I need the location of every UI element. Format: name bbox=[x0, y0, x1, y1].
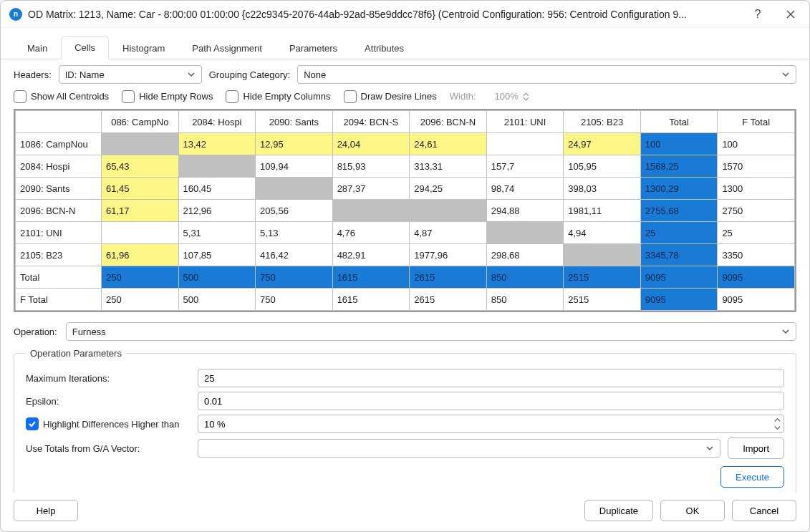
matrix-row-header[interactable]: 2096: BCN-N bbox=[16, 200, 102, 222]
chevron-down-icon[interactable] bbox=[772, 424, 782, 432]
matrix-cell[interactable] bbox=[178, 155, 256, 178]
matrix-col-header[interactable]: 2094: BCN-S bbox=[332, 111, 410, 133]
matrix-cell[interactable]: 398,03 bbox=[564, 178, 641, 200]
matrix-cell[interactable]: 61,45 bbox=[102, 178, 179, 200]
matrix-cell[interactable]: 850 bbox=[486, 266, 564, 289]
matrix-cell[interactable]: 1568,25 bbox=[640, 155, 718, 178]
od-matrix-grid[interactable]: 086: CampNo2084: Hospi2090: Sants2094: B… bbox=[14, 109, 796, 312]
chevron-up-icon[interactable] bbox=[772, 416, 782, 424]
matrix-cell[interactable]: 5,31 bbox=[178, 222, 256, 244]
close-icon[interactable] bbox=[781, 4, 801, 24]
matrix-cell[interactable]: 416,42 bbox=[256, 244, 333, 266]
width-spinner[interactable]: 100% bbox=[492, 90, 529, 103]
matrix-cell[interactable]: 107,85 bbox=[178, 244, 256, 266]
matrix-cell[interactable]: 157,7 bbox=[486, 155, 564, 178]
matrix-cell[interactable] bbox=[102, 222, 179, 244]
matrix-cell[interactable]: 2615 bbox=[410, 289, 487, 311]
use-totals-combo[interactable] bbox=[198, 439, 720, 458]
ok-button[interactable]: OK bbox=[660, 500, 725, 521]
matrix-cell[interactable]: 4,87 bbox=[410, 222, 487, 244]
matrix-cell[interactable]: 4,76 bbox=[332, 222, 410, 244]
matrix-cell[interactable] bbox=[256, 178, 333, 200]
matrix-cell[interactable]: 9095 bbox=[718, 266, 795, 289]
matrix-cell[interactable]: 2615 bbox=[410, 266, 487, 289]
matrix-row-header[interactable]: F Total bbox=[16, 289, 102, 311]
matrix-cell[interactable]: 24,97 bbox=[564, 133, 641, 155]
help-button[interactable]: ? bbox=[748, 4, 768, 24]
matrix-cell[interactable]: 65,43 bbox=[102, 155, 179, 178]
draw-desire-lines-checkbox[interactable]: Draw Desire Lines bbox=[344, 90, 437, 103]
matrix-row-header[interactable]: Total bbox=[16, 266, 102, 289]
matrix-cell[interactable]: 1570 bbox=[718, 155, 795, 178]
matrix-cell[interactable]: 12,95 bbox=[256, 133, 333, 155]
matrix-cell[interactable]: 9095 bbox=[640, 289, 718, 311]
matrix-cell[interactable]: 160,45 bbox=[178, 178, 256, 200]
matrix-cell[interactable]: 24,04 bbox=[332, 133, 410, 155]
highlight-diff-input[interactable] bbox=[198, 415, 784, 433]
tab-cells[interactable]: Cells bbox=[61, 36, 109, 59]
execute-button[interactable]: Execute bbox=[720, 466, 784, 488]
matrix-cell[interactable]: 2750 bbox=[718, 200, 795, 222]
matrix-cell[interactable]: 482,91 bbox=[332, 244, 410, 266]
matrix-cell[interactable] bbox=[102, 133, 179, 155]
matrix-cell[interactable]: 5,13 bbox=[256, 222, 333, 244]
show-all-centroids-checkbox[interactable]: Show All Centroids bbox=[14, 90, 109, 103]
max-iterations-input[interactable] bbox=[198, 369, 784, 387]
matrix-col-header[interactable]: F Total bbox=[718, 111, 795, 133]
matrix-cell[interactable]: 250 bbox=[102, 266, 179, 289]
matrix-cell[interactable]: 1300 bbox=[718, 178, 795, 200]
matrix-cell[interactable]: 61,96 bbox=[102, 244, 179, 266]
matrix-col-header[interactable]: 2105: B23 bbox=[564, 111, 641, 133]
matrix-cell[interactable]: 4,94 bbox=[564, 222, 641, 244]
matrix-cell[interactable] bbox=[564, 244, 641, 266]
matrix-cell[interactable]: 25 bbox=[640, 222, 718, 244]
matrix-cell[interactable]: 1615 bbox=[332, 266, 410, 289]
matrix-col-header[interactable]: 2096: BCN-N bbox=[410, 111, 487, 133]
tab-path-assignment[interactable]: Path Assignment bbox=[178, 37, 276, 59]
highlight-diff-checkbox[interactable]: Highlight Differences Higher than bbox=[26, 417, 191, 430]
matrix-col-header[interactable]: 2084: Hospi bbox=[178, 111, 256, 133]
operation-combo[interactable]: Furness bbox=[66, 322, 796, 341]
matrix-cell[interactable]: 3345,78 bbox=[640, 244, 718, 266]
matrix-cell[interactable]: 2515 bbox=[564, 289, 641, 311]
matrix-cell[interactable]: 1615 bbox=[332, 289, 410, 311]
matrix-col-header[interactable]: 2101: UNI bbox=[486, 111, 564, 133]
matrix-cell[interactable]: 98,74 bbox=[486, 178, 564, 200]
matrix-cell[interactable]: 750 bbox=[256, 289, 333, 311]
matrix-cell[interactable]: 294,25 bbox=[410, 178, 487, 200]
matrix-cell[interactable] bbox=[410, 200, 487, 222]
matrix-row-header[interactable]: 2105: B23 bbox=[16, 244, 102, 266]
matrix-cell[interactable]: 100 bbox=[718, 133, 795, 155]
matrix-cell[interactable]: 250 bbox=[102, 289, 179, 311]
matrix-cell[interactable] bbox=[486, 222, 564, 244]
matrix-cell[interactable]: 850 bbox=[486, 289, 564, 311]
duplicate-button[interactable]: Duplicate bbox=[584, 500, 653, 521]
matrix-cell[interactable]: 294,88 bbox=[486, 200, 564, 222]
matrix-cell[interactable]: 2515 bbox=[564, 266, 641, 289]
matrix-row-header[interactable]: 2101: UNI bbox=[16, 222, 102, 244]
matrix-row-header[interactable]: 2084: Hospi bbox=[16, 155, 102, 178]
matrix-cell[interactable]: 9095 bbox=[640, 266, 718, 289]
matrix-cell[interactable]: 313,31 bbox=[410, 155, 487, 178]
cancel-button[interactable]: Cancel bbox=[732, 500, 796, 521]
matrix-cell[interactable]: 212,96 bbox=[178, 200, 256, 222]
hide-empty-rows-checkbox[interactable]: Hide Empty Rows bbox=[122, 90, 213, 103]
epsilon-input[interactable] bbox=[198, 392, 784, 410]
matrix-cell[interactable]: 9095 bbox=[718, 289, 795, 311]
matrix-cell[interactable] bbox=[486, 133, 564, 155]
tab-parameters[interactable]: Parameters bbox=[276, 37, 351, 59]
tab-main[interactable]: Main bbox=[14, 37, 61, 59]
matrix-cell[interactable]: 105,95 bbox=[564, 155, 641, 178]
matrix-cell[interactable]: 1300,29 bbox=[640, 178, 718, 200]
matrix-row-header[interactable]: 2090: Sants bbox=[16, 178, 102, 200]
headers-combo[interactable]: ID: Name bbox=[59, 65, 202, 84]
matrix-cell[interactable]: 815,93 bbox=[332, 155, 410, 178]
import-button[interactable]: Import bbox=[728, 437, 784, 459]
matrix-cell[interactable]: 750 bbox=[256, 266, 333, 289]
matrix-cell[interactable]: 109,94 bbox=[256, 155, 333, 178]
matrix-cell[interactable]: 287,37 bbox=[332, 178, 410, 200]
matrix-cell[interactable]: 25 bbox=[718, 222, 795, 244]
matrix-cell[interactable]: 24,61 bbox=[410, 133, 487, 155]
matrix-cell[interactable] bbox=[332, 200, 410, 222]
matrix-cell[interactable]: 13,42 bbox=[178, 133, 256, 155]
